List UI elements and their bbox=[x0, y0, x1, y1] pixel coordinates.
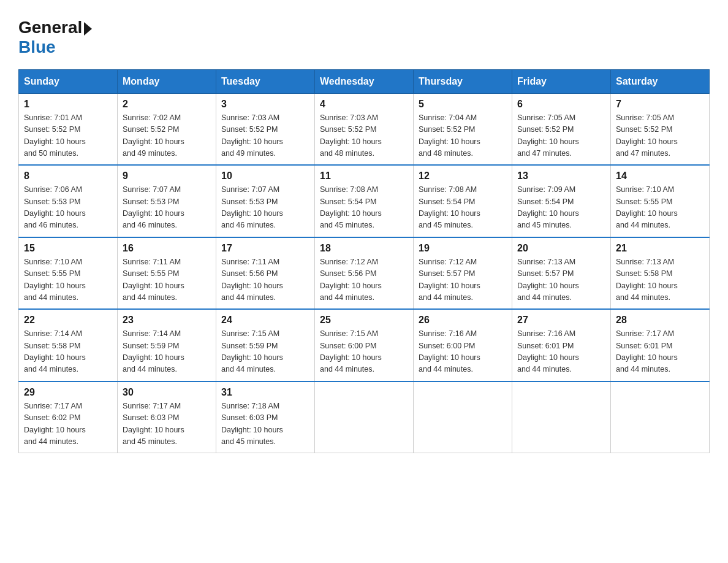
day-info: Sunrise: 7:08 AMSunset: 5:54 PMDaylight:… bbox=[320, 184, 408, 232]
day-number: 4 bbox=[320, 99, 408, 110]
day-number: 16 bbox=[123, 243, 211, 254]
calendar-cell: 7Sunrise: 7:05 AMSunset: 5:52 PMDaylight… bbox=[611, 93, 710, 165]
day-info: Sunrise: 7:03 AMSunset: 5:52 PMDaylight:… bbox=[320, 112, 408, 160]
day-info: Sunrise: 7:18 AMSunset: 6:03 PMDaylight:… bbox=[221, 400, 309, 448]
day-number: 20 bbox=[517, 243, 605, 254]
calendar-cell: 26Sunrise: 7:16 AMSunset: 6:00 PMDayligh… bbox=[414, 309, 512, 381]
day-number: 28 bbox=[616, 315, 704, 326]
calendar-cell: 15Sunrise: 7:10 AMSunset: 5:55 PMDayligh… bbox=[19, 237, 118, 310]
day-number: 1 bbox=[24, 99, 112, 110]
day-number: 17 bbox=[221, 243, 309, 254]
day-info: Sunrise: 7:17 AMSunset: 6:03 PMDaylight:… bbox=[123, 400, 211, 448]
calendar-cell: 29Sunrise: 7:17 AMSunset: 6:02 PMDayligh… bbox=[19, 381, 118, 453]
day-header-tuesday: Tuesday bbox=[216, 69, 315, 93]
day-number: 23 bbox=[123, 315, 211, 326]
day-info: Sunrise: 7:12 AMSunset: 5:56 PMDaylight:… bbox=[320, 256, 408, 304]
calendar-cell: 30Sunrise: 7:17 AMSunset: 6:03 PMDayligh… bbox=[118, 381, 216, 453]
day-info: Sunrise: 7:11 AMSunset: 5:55 PMDaylight:… bbox=[123, 256, 211, 304]
day-info: Sunrise: 7:12 AMSunset: 5:57 PMDaylight:… bbox=[419, 256, 507, 304]
calendar-cell: 1Sunrise: 7:01 AMSunset: 5:52 PMDaylight… bbox=[19, 93, 118, 165]
day-header-wednesday: Wednesday bbox=[315, 69, 414, 93]
day-info: Sunrise: 7:10 AMSunset: 5:55 PMDaylight:… bbox=[24, 256, 112, 304]
calendar-cell: 21Sunrise: 7:13 AMSunset: 5:58 PMDayligh… bbox=[611, 237, 710, 310]
day-info: Sunrise: 7:08 AMSunset: 5:54 PMDaylight:… bbox=[419, 184, 507, 232]
day-info: Sunrise: 7:14 AMSunset: 5:59 PMDaylight:… bbox=[123, 328, 211, 376]
day-number: 6 bbox=[517, 99, 605, 110]
day-info: Sunrise: 7:15 AMSunset: 6:00 PMDaylight:… bbox=[320, 328, 408, 376]
calendar-cell: 20Sunrise: 7:13 AMSunset: 5:57 PMDayligh… bbox=[512, 237, 611, 310]
day-number: 31 bbox=[221, 387, 309, 398]
day-number: 12 bbox=[419, 170, 507, 182]
day-info: Sunrise: 7:15 AMSunset: 5:59 PMDaylight:… bbox=[221, 328, 309, 376]
calendar-cell: 10Sunrise: 7:07 AMSunset: 5:53 PMDayligh… bbox=[216, 165, 315, 237]
day-info: Sunrise: 7:10 AMSunset: 5:55 PMDaylight:… bbox=[616, 184, 704, 232]
day-header-saturday: Saturday bbox=[611, 69, 710, 93]
logo-general-text: General bbox=[18, 18, 92, 37]
day-number: 11 bbox=[320, 170, 408, 182]
day-info: Sunrise: 7:16 AMSunset: 6:00 PMDaylight:… bbox=[419, 328, 507, 376]
day-info: Sunrise: 7:04 AMSunset: 5:52 PMDaylight:… bbox=[419, 112, 507, 160]
day-info: Sunrise: 7:17 AMSunset: 6:02 PMDaylight:… bbox=[24, 400, 112, 448]
logo: General Blue bbox=[18, 18, 92, 57]
day-info: Sunrise: 7:11 AMSunset: 5:56 PMDaylight:… bbox=[221, 256, 309, 304]
day-number: 7 bbox=[616, 99, 704, 110]
page-header: General Blue bbox=[18, 18, 710, 57]
day-number: 22 bbox=[24, 315, 112, 326]
calendar-cell: 12Sunrise: 7:08 AMSunset: 5:54 PMDayligh… bbox=[414, 165, 512, 237]
day-number: 21 bbox=[616, 243, 704, 254]
calendar-cell: 6Sunrise: 7:05 AMSunset: 5:52 PMDaylight… bbox=[512, 93, 611, 165]
day-number: 26 bbox=[419, 315, 507, 326]
calendar-cell: 4Sunrise: 7:03 AMSunset: 5:52 PMDaylight… bbox=[315, 93, 414, 165]
calendar-cell: 31Sunrise: 7:18 AMSunset: 6:03 PMDayligh… bbox=[216, 381, 315, 453]
day-number: 14 bbox=[616, 170, 704, 182]
day-info: Sunrise: 7:01 AMSunset: 5:52 PMDaylight:… bbox=[24, 112, 112, 160]
calendar-cell bbox=[512, 381, 611, 453]
day-info: Sunrise: 7:06 AMSunset: 5:53 PMDaylight:… bbox=[24, 184, 112, 232]
day-number: 10 bbox=[221, 170, 309, 182]
calendar-cell: 28Sunrise: 7:17 AMSunset: 6:01 PMDayligh… bbox=[611, 309, 710, 381]
calendar-cell: 19Sunrise: 7:12 AMSunset: 5:57 PMDayligh… bbox=[414, 237, 512, 310]
day-info: Sunrise: 7:09 AMSunset: 5:54 PMDaylight:… bbox=[517, 184, 605, 232]
day-header-thursday: Thursday bbox=[414, 69, 512, 93]
calendar-cell bbox=[315, 381, 414, 453]
calendar-table: SundayMondayTuesdayWednesdayThursdayFrid… bbox=[18, 69, 710, 454]
day-number: 18 bbox=[320, 243, 408, 254]
calendar-cell: 27Sunrise: 7:16 AMSunset: 6:01 PMDayligh… bbox=[512, 309, 611, 381]
day-info: Sunrise: 7:07 AMSunset: 5:53 PMDaylight:… bbox=[221, 184, 309, 232]
day-info: Sunrise: 7:13 AMSunset: 5:57 PMDaylight:… bbox=[517, 256, 605, 304]
calendar-cell: 18Sunrise: 7:12 AMSunset: 5:56 PMDayligh… bbox=[315, 237, 414, 310]
day-number: 13 bbox=[517, 170, 605, 182]
logo-blue-text: Blue bbox=[18, 37, 56, 57]
day-number: 24 bbox=[221, 315, 309, 326]
day-info: Sunrise: 7:07 AMSunset: 5:53 PMDaylight:… bbox=[123, 184, 211, 232]
day-info: Sunrise: 7:03 AMSunset: 5:52 PMDaylight:… bbox=[221, 112, 309, 160]
day-number: 30 bbox=[123, 387, 211, 398]
calendar-cell: 24Sunrise: 7:15 AMSunset: 5:59 PMDayligh… bbox=[216, 309, 315, 381]
day-number: 3 bbox=[221, 99, 309, 110]
calendar-cell bbox=[414, 381, 512, 453]
day-number: 25 bbox=[320, 315, 408, 326]
calendar-cell: 3Sunrise: 7:03 AMSunset: 5:52 PMDaylight… bbox=[216, 93, 315, 165]
day-number: 27 bbox=[517, 315, 605, 326]
day-info: Sunrise: 7:05 AMSunset: 5:52 PMDaylight:… bbox=[517, 112, 605, 160]
day-number: 15 bbox=[24, 243, 112, 254]
day-info: Sunrise: 7:02 AMSunset: 5:52 PMDaylight:… bbox=[123, 112, 211, 160]
day-info: Sunrise: 7:13 AMSunset: 5:58 PMDaylight:… bbox=[616, 256, 704, 304]
day-info: Sunrise: 7:14 AMSunset: 5:58 PMDaylight:… bbox=[24, 328, 112, 376]
calendar-cell: 14Sunrise: 7:10 AMSunset: 5:55 PMDayligh… bbox=[611, 165, 710, 237]
calendar-cell: 5Sunrise: 7:04 AMSunset: 5:52 PMDaylight… bbox=[414, 93, 512, 165]
day-info: Sunrise: 7:17 AMSunset: 6:01 PMDaylight:… bbox=[616, 328, 704, 376]
calendar-cell: 9Sunrise: 7:07 AMSunset: 5:53 PMDaylight… bbox=[118, 165, 216, 237]
calendar-cell: 2Sunrise: 7:02 AMSunset: 5:52 PMDaylight… bbox=[118, 93, 216, 165]
day-number: 19 bbox=[419, 243, 507, 254]
calendar-cell: 25Sunrise: 7:15 AMSunset: 6:00 PMDayligh… bbox=[315, 309, 414, 381]
day-number: 9 bbox=[123, 170, 211, 182]
calendar-cell: 11Sunrise: 7:08 AMSunset: 5:54 PMDayligh… bbox=[315, 165, 414, 237]
calendar-cell: 8Sunrise: 7:06 AMSunset: 5:53 PMDaylight… bbox=[19, 165, 118, 237]
day-number: 8 bbox=[24, 170, 112, 182]
calendar-cell: 23Sunrise: 7:14 AMSunset: 5:59 PMDayligh… bbox=[118, 309, 216, 381]
day-number: 29 bbox=[24, 387, 112, 398]
calendar-cell: 17Sunrise: 7:11 AMSunset: 5:56 PMDayligh… bbox=[216, 237, 315, 310]
day-info: Sunrise: 7:16 AMSunset: 6:01 PMDaylight:… bbox=[517, 328, 605, 376]
calendar-cell bbox=[611, 381, 710, 453]
